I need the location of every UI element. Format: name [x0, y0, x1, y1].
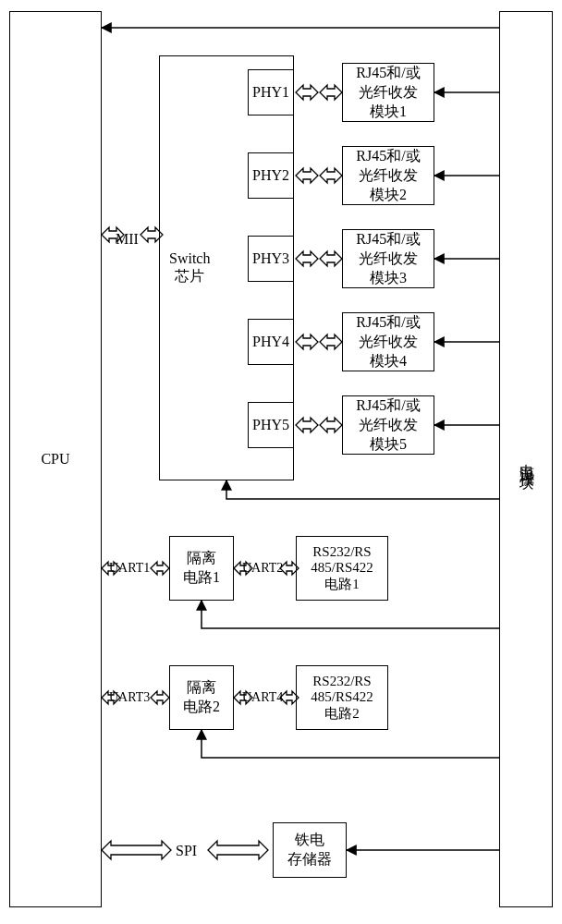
connectors [0, 0, 562, 924]
